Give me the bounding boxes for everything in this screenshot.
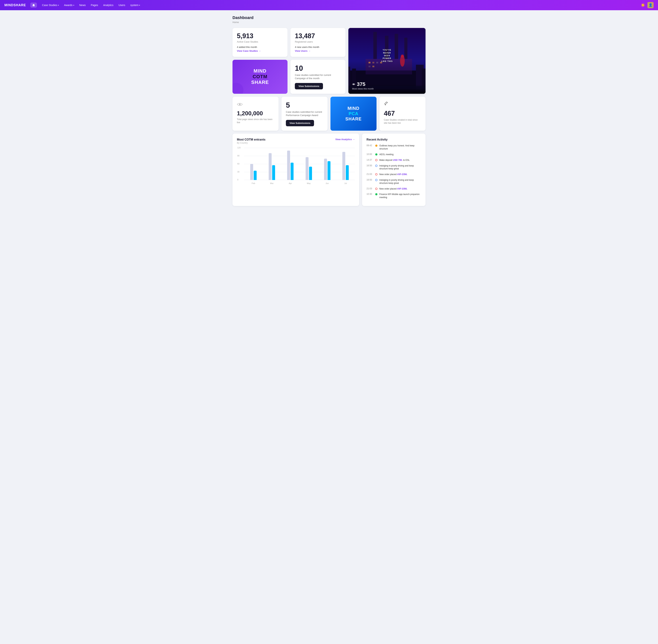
view-submissions-pca-button[interactable]: View Submissions [286, 120, 314, 126]
page-views-label: Total page views since site has been liv… [237, 118, 274, 124]
nav-link-case-studies[interactable]: Case Studies [40, 3, 61, 8]
chart-area: 120 90 60 30 0 FebMarAprMayJunJul [237, 148, 355, 184]
activity-link[interactable]: #XF-2356. [397, 173, 407, 176]
activity-link[interactable]: #XF-2356. [397, 187, 407, 190]
page-views-eye-icon [237, 101, 274, 108]
avatar[interactable]: 👤 [648, 2, 654, 8]
activity-item: 10:30 Finance KPI Mobile app launch prep… [366, 193, 421, 199]
activity-time: 16:50 [366, 179, 373, 181]
nav-right: ☀️ 👤 [641, 2, 654, 8]
bar-gray [269, 153, 272, 180]
bar-month-label: Jul [336, 181, 355, 184]
activity-time: 14:37 [366, 159, 373, 161]
submissions-cotm-number: 10 [295, 64, 341, 72]
stats-grid-row1: 5,913 Active Case Studies 4 added this m… [232, 28, 426, 94]
active-case-studies-added: 4 added this month [237, 46, 283, 48]
stats-grid-row2: 1,200,000 Total page views since site ha… [232, 97, 426, 131]
pca-text: MIND PCA SHARE [345, 106, 362, 121]
bar-gray [287, 151, 290, 180]
theme-toggle-button[interactable]: ☀️ [641, 3, 645, 7]
activity-dot [375, 144, 378, 147]
activity-text: New order placed #XF-2356. [379, 187, 407, 190]
bar-blue [309, 167, 312, 180]
bar-labels: FebMarAprMayJunJul [244, 181, 355, 184]
activity-dot [375, 159, 378, 161]
bar-month-label: Apr [281, 181, 300, 184]
hero-overlay: 375 Most views this month [348, 78, 426, 94]
navbar: MINDSHARE Case Studies Awards News Pages… [0, 0, 658, 10]
bar-blue [327, 161, 331, 180]
submissions-pca-number: 5 [286, 101, 323, 109]
pca-line3: SHARE [345, 116, 362, 122]
nav-link-awards[interactable]: Awards [62, 3, 76, 8]
total-created-number: 467 [384, 110, 421, 117]
bar-month-label: May [300, 181, 318, 184]
view-case-studies-link[interactable]: View Case Studies → [237, 49, 261, 52]
bar-group [336, 152, 355, 180]
total-created-label: Case Studies created in total since site… [384, 118, 421, 124]
registered-users-added: 4 new users this month [295, 46, 341, 48]
registered-users-number: 13,487 [295, 32, 341, 40]
svg-point-24 [353, 84, 354, 85]
view-analytics-link[interactable]: View Analytics → [335, 138, 355, 141]
nav-link-news[interactable]: News [77, 3, 88, 8]
bar-group [244, 164, 263, 180]
activity-text: Indulging in poorly driving and keep str… [379, 179, 421, 185]
activity-time: 16:50 [366, 164, 373, 167]
activity-time: 10:30 [366, 193, 373, 196]
activity-title: Recent Activity [366, 138, 421, 141]
activity-item: 14:37 Make deposit USD 700. to ESL [366, 159, 421, 162]
svg-rect-26 [385, 101, 387, 105]
hero-promo-text: YOU'VENEVERSEENPOWERLIKE THIS [381, 49, 393, 63]
activity-item: 16:50 Indulging in poorly driving and ke… [366, 179, 421, 185]
activity-link[interactable]: USD 700. [393, 159, 403, 161]
view-users-link[interactable]: View Users → [295, 49, 311, 52]
breadcrumb: Home [232, 21, 426, 24]
bottom-grid: Most COTM entrants By Country View Analy… [232, 134, 426, 206]
bars-area [244, 148, 355, 180]
hero-card: YOU'VENEVERSEENPOWERLIKE THIS 375 Most v… [348, 28, 426, 94]
active-case-studies-number: 5,913 [237, 32, 283, 40]
activity-list: 08:42 Outlines keep you honest. And keep… [366, 144, 421, 199]
activity-dot [375, 188, 378, 190]
activity-time: 21:03 [366, 187, 373, 190]
cotm-line1: MIND [251, 68, 269, 74]
activity-dot [375, 179, 378, 181]
activity-text: New order placed #XF-2356. [379, 173, 407, 176]
activity-item: 10:00 AEOL meeting [366, 153, 421, 156]
nav-link-users[interactable]: Users [116, 3, 128, 8]
registered-users-label: Registered users [295, 40, 341, 43]
bar-month-label: Feb [244, 181, 263, 184]
nav-link-system[interactable]: system [128, 3, 142, 8]
page-views-number: 1,200,000 [237, 110, 274, 117]
chart-title: Most COTM entrants [237, 138, 265, 141]
svg-point-23 [401, 54, 404, 58]
page-views-card: 1,200,000 Total page views since site ha… [232, 97, 278, 131]
bar-blue [254, 171, 257, 180]
hero-views-count: 375 [357, 81, 365, 87]
activity-dot [375, 173, 378, 176]
cotm-line3: SHARE [251, 79, 269, 85]
pencil-icon [384, 101, 421, 108]
cotm-text: MIND COTM SHARE [251, 68, 269, 85]
pca-line1: MIND [345, 106, 362, 111]
active-case-studies-label: Active Case Studies [237, 40, 283, 43]
activity-time: 10:00 [366, 153, 373, 156]
chart-subtitle: By Country [237, 142, 265, 144]
activity-card: Recent Activity 08:42 Outlines keep you … [362, 134, 426, 206]
eye-icon [352, 83, 355, 86]
nav-home-button[interactable] [30, 3, 37, 8]
nav-link-analytics[interactable]: Analytics [101, 3, 115, 8]
pca-card: MIND PCA SHARE [331, 97, 377, 131]
chart-header: Most COTM entrants By Country View Analy… [237, 138, 355, 144]
bar-gray [324, 159, 327, 180]
activity-text: AEOL meeting [379, 153, 393, 156]
nav-link-pages[interactable]: Pages [89, 3, 100, 8]
bar-group [300, 157, 318, 180]
bar-blue [291, 163, 294, 180]
bar-month-label: Jun [318, 181, 337, 184]
total-created-card: 467 Case Studies created in total since … [380, 97, 426, 131]
view-submissions-cotm-button[interactable]: View Submissions [295, 83, 323, 89]
submissions-pca-label: Case studies submitted for current Perfo… [286, 110, 323, 117]
submissions-cotm-card: 10 Case studies submitted for current Ca… [291, 60, 345, 94]
